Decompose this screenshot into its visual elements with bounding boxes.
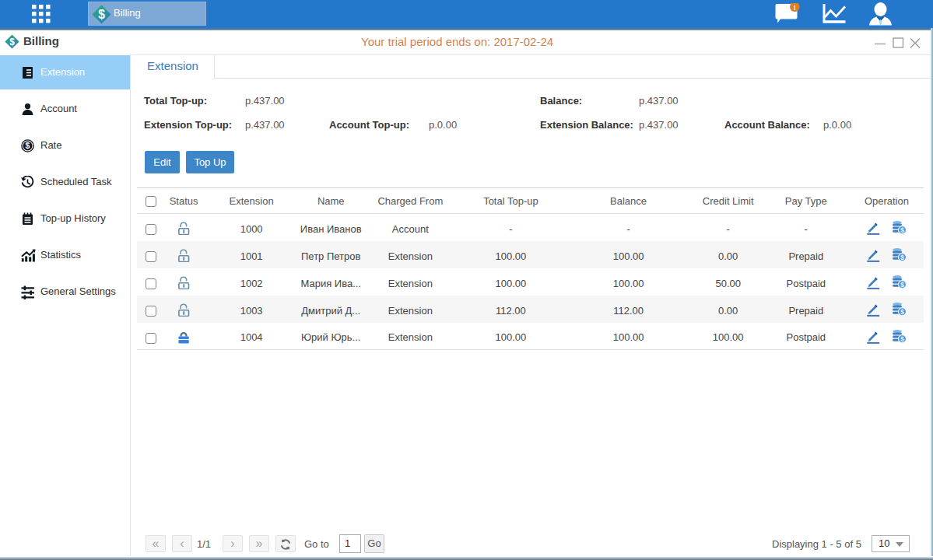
svg-text:$: $ bbox=[901, 254, 905, 261]
svg-text:$: $ bbox=[9, 37, 15, 47]
svg-text:$: $ bbox=[901, 281, 905, 289]
svg-text:$: $ bbox=[901, 308, 905, 316]
svg-text:$: $ bbox=[901, 334, 905, 342]
svg-text:$: $ bbox=[26, 141, 30, 150]
svg-text:$: $ bbox=[98, 8, 105, 21]
svg-text:!: ! bbox=[794, 3, 796, 12]
svg-text:$: $ bbox=[901, 226, 905, 234]
